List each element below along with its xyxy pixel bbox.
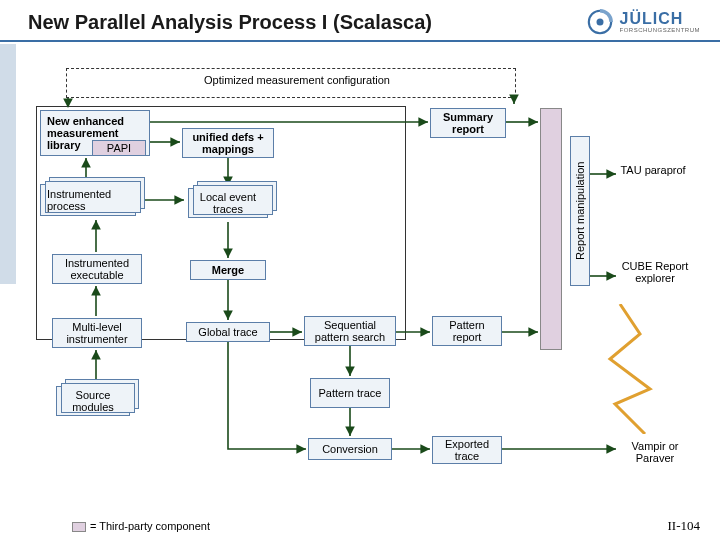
source-modules-node: Source modules (56, 386, 130, 416)
pattern-report-node: Pattern report (432, 316, 502, 346)
page-number: II-104 (668, 518, 701, 534)
legend-text: = Third-party component (72, 520, 210, 532)
logo-text-main: JÜLICH (620, 11, 701, 27)
diagram-canvas: Optimized measurement configuration New … (0, 44, 720, 540)
seq-search-node: Sequential pattern search (304, 316, 396, 346)
exported-trace-node: Exported trace (432, 436, 502, 464)
report-tall-box (540, 108, 562, 350)
vampir-label: Vampir or Paraver (618, 440, 692, 464)
papi-node: PAPI (92, 140, 146, 156)
page-title: New Parallel Analysis Process I (Scalasc… (28, 11, 432, 34)
report-manipulation-label: Report manipulation (570, 136, 590, 286)
logo-text-sub: FORSCHUNGSZENTRUM (620, 27, 701, 33)
tau-label: TAU paraprof (618, 164, 688, 176)
julich-logo-icon (586, 8, 614, 36)
header: New Parallel Analysis Process I (Scalasc… (0, 0, 720, 42)
svg-point-1 (596, 19, 603, 26)
conversion-node: Conversion (308, 438, 392, 460)
merge-node: Merge (190, 260, 266, 280)
summary-report-node: Summary report (430, 108, 506, 138)
local-traces-node: Local event traces (188, 188, 268, 218)
dashed-label: Optimized measurement configuration (200, 74, 394, 86)
multi-level-node: Multi-level instrumenter (52, 318, 142, 348)
unified-defs-node: unified defs + mappings (182, 128, 274, 158)
zigzag-icon (600, 304, 660, 434)
instrumented-process-node: Instrumented process (40, 184, 136, 216)
global-trace-node: Global trace (186, 322, 270, 342)
cube-label: CUBE Report explorer (620, 260, 690, 284)
logo: JÜLICH FORSCHUNGSZENTRUM (586, 8, 701, 36)
instrumented-exec-node: Instrumented executable (52, 254, 142, 284)
pattern-trace-node: Pattern trace (310, 378, 390, 408)
